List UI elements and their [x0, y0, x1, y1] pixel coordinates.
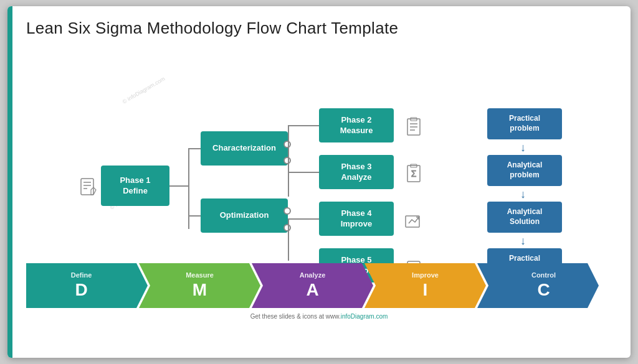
- arrow-down-1: ↓: [520, 141, 526, 154]
- footer: Get these slides & icons at www.infoDiag…: [26, 313, 612, 320]
- line-opt-v: [288, 218, 289, 261]
- svg-text:Σ: Σ: [411, 169, 417, 179]
- dot-opt-bottom: [283, 224, 291, 231]
- line-char-v: [288, 125, 289, 197]
- slide-title: Lean Six Sigma Methodology Flow Chart Te…: [26, 19, 612, 38]
- dmaic-analyze: Analyze A: [252, 263, 373, 308]
- dmaic-define: Define D: [26, 263, 148, 308]
- characterization-box: Characterization: [201, 131, 288, 166]
- slide-container: Lean Six Sigma Methodology Flow Chart Te…: [7, 6, 631, 358]
- accent-bar: [7, 6, 12, 358]
- phase3-box: Phase 3 Analyze: [319, 155, 394, 189]
- optimization-box: Optimization: [201, 198, 288, 233]
- line-p1-branch: [169, 185, 188, 187]
- phase2-box: Phase 2 Measure: [319, 108, 394, 142]
- practical-problem-box: Practical problem: [487, 108, 562, 139]
- analytical-solution-box: Analytical Solution: [487, 202, 562, 233]
- svg-rect-0: [81, 179, 93, 195]
- improve-icon: [400, 207, 427, 235]
- dmaic-measure: Measure M: [139, 263, 260, 308]
- line-opt-phase4: [288, 218, 319, 220]
- analyze-icon: Σ: [400, 161, 427, 188]
- footer-link[interactable]: infoDiagram.com: [341, 313, 388, 320]
- define-icon: [75, 174, 102, 201]
- flowchart-area: Phase 1 Define Characterization Optimiza…: [26, 44, 612, 256]
- dot-char-bottom: [283, 157, 291, 164]
- measure-icon: [400, 114, 427, 141]
- phase4-box: Phase 4 Improve: [319, 202, 394, 236]
- line-char-phase2: [288, 125, 319, 126]
- arrow-down-3: ↓: [520, 235, 526, 248]
- dmaic-bar: Define D Measure M Analyze A Improve I C…: [26, 261, 612, 310]
- arrow-down-2: ↓: [520, 188, 526, 201]
- line-to-char: [188, 148, 201, 149]
- analytical-problem-box: Analytical problem: [487, 155, 562, 186]
- line-to-opt: [188, 215, 201, 217]
- line-char-phase3: [288, 172, 319, 173]
- dot-opt-top: [283, 207, 291, 215]
- line-branch-v: [188, 148, 189, 229]
- dmaic-control: Control C: [477, 263, 599, 308]
- dmaic-improve: Improve I: [364, 263, 486, 308]
- dot-char-top: [283, 141, 291, 148]
- phase1-box: Phase 1 Define: [101, 166, 169, 206]
